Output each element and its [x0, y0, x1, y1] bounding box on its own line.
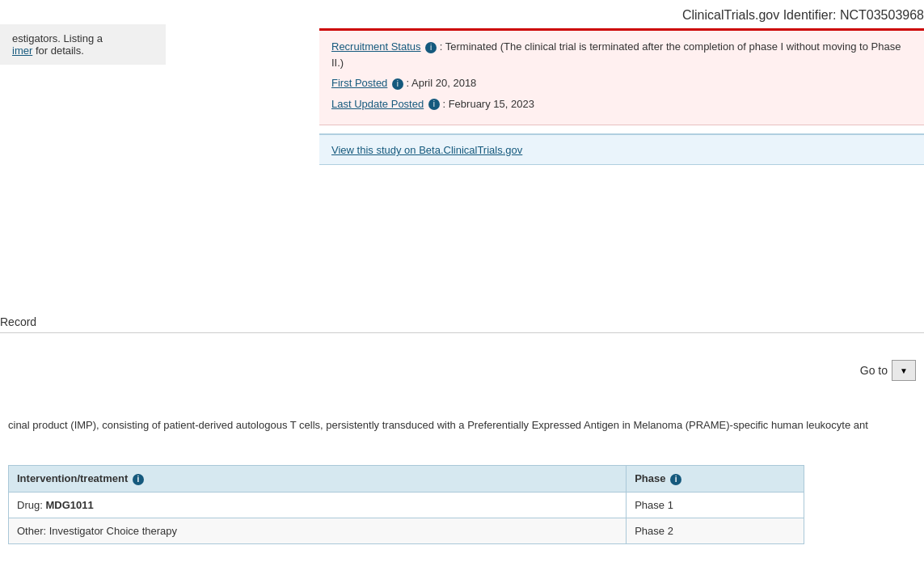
- view-study-link[interactable]: View this study on Beta.ClinicalTrials.g…: [331, 144, 522, 156]
- table-row: Other: Investigator Choice therapy Phase…: [9, 518, 804, 543]
- other-label: Other:: [17, 525, 46, 537]
- recruitment-status-label[interactable]: Recruitment Status: [331, 40, 421, 53]
- drug-name: MDG1011: [45, 499, 93, 511]
- left-panel-text2: for details.: [32, 44, 84, 57]
- left-panel: estigators. Listing a imer for details.: [0, 24, 166, 65]
- intervention-table: Intervention/treatment i Phase i Drug: M…: [8, 465, 804, 544]
- last-update-label[interactable]: Last Update Posted: [331, 98, 424, 110]
- th-intervention: Intervention/treatment i: [9, 466, 627, 493]
- scroll-text-content: cinal product (IMP), consisting of patie…: [8, 419, 868, 431]
- page-wrapper: estigators. Listing a imer for details. …: [0, 0, 924, 575]
- intervention-info-icon[interactable]: i: [133, 474, 144, 485]
- identifier-text: ClinicalTrials.gov Identifier: NCT035039…: [682, 8, 924, 22]
- th-phase: Phase i: [627, 466, 804, 493]
- table-section: Intervention/treatment i Phase i Drug: M…: [8, 465, 916, 544]
- disclaimer-link[interactable]: imer: [12, 44, 32, 57]
- identifier-section: ClinicalTrials.gov Identifier: NCT035039…: [682, 0, 924, 27]
- record-label: Record: [0, 315, 924, 333]
- first-posted-text: : April 20, 2018: [407, 77, 477, 89]
- first-posted-info-icon[interactable]: i: [392, 78, 403, 90]
- first-posted-label[interactable]: First Posted: [331, 77, 387, 89]
- other-name: Investigator Choice therapy: [49, 525, 177, 537]
- left-panel-text1: estigators. Listing a: [12, 32, 103, 44]
- goto-dropdown-button[interactable]: ▼: [892, 361, 915, 380]
- scroll-text: cinal product (IMP), consisting of patie…: [0, 412, 924, 438]
- last-update-info-icon[interactable]: i: [428, 99, 440, 110]
- recruitment-status-info-icon[interactable]: i: [425, 42, 437, 53]
- table-header-row: Intervention/treatment i Phase i: [9, 466, 804, 493]
- first-posted-line: First Posted i : April 20, 2018: [331, 75, 912, 91]
- phase-value-2: Phase 2: [635, 525, 673, 537]
- identifier-label: ClinicalTrials.gov Identifier:: [682, 8, 837, 22]
- th-intervention-label: Intervention/treatment: [17, 472, 128, 484]
- goto-label: Go to: [860, 364, 888, 377]
- recruitment-status-line: Recruitment Status i : Terminated (The c…: [331, 39, 912, 70]
- identifier-value: NCT03503968: [840, 8, 924, 22]
- phase-cell-1: Phase 1: [627, 492, 804, 518]
- status-box: Recruitment Status i : Terminated (The c…: [319, 28, 924, 125]
- intervention-cell-2: Other: Investigator Choice therapy: [9, 518, 627, 543]
- intervention-cell-1: Drug: MDG1011: [9, 492, 627, 518]
- goto-dropdown[interactable]: ▼: [892, 360, 916, 381]
- drug-label: Drug:: [17, 499, 43, 511]
- goto-section: Go to ▼: [860, 360, 916, 381]
- phase-cell-2: Phase 2: [627, 518, 804, 543]
- record-text: Record: [0, 315, 36, 328]
- table-row: Drug: MDG1011 Phase 1: [9, 492, 804, 518]
- last-update-line: Last Update Posted i : February 15, 2023: [331, 96, 912, 112]
- th-phase-label: Phase: [635, 472, 665, 484]
- phase-value-1: Phase 1: [635, 499, 673, 511]
- last-update-text: : February 15, 2023: [442, 98, 534, 110]
- view-study-section: View this study on Beta.ClinicalTrials.g…: [319, 133, 924, 165]
- phase-info-icon[interactable]: i: [670, 474, 681, 485]
